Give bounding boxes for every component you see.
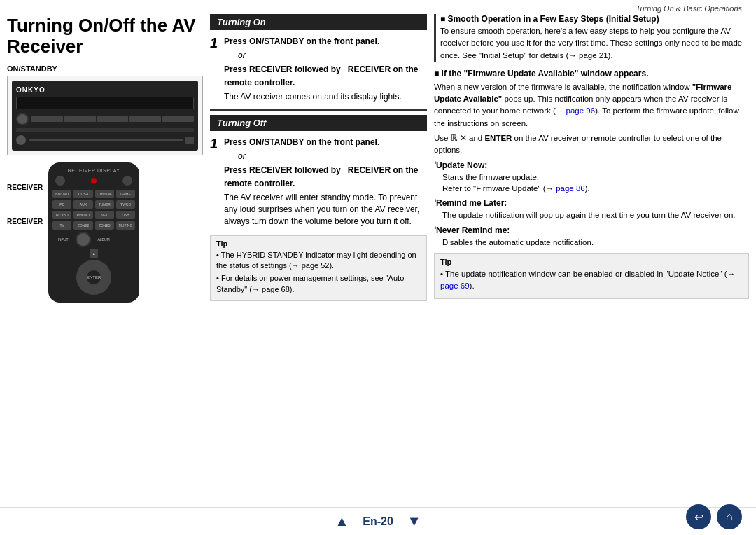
receiver-vol-knob xyxy=(16,135,26,145)
turning-off-section: Turning Off 1 Press ON/STANDBY on the fr… xyxy=(210,115,427,230)
receiver-power-knob xyxy=(16,113,29,125)
right-tip-box: Tip • The update notification window can… xyxy=(434,253,749,300)
step1-on-press2: Press RECEIVER followed by RECEIVER on t… xyxy=(224,64,427,76)
firmware-desc-1: When a new version of the firmware is av… xyxy=(434,81,749,130)
option-never-remind-label: ˈNever Remind me: xyxy=(434,225,749,235)
smooth-operation-box: ■ Smooth Operation in a Few Easy Steps (… xyxy=(434,14,749,62)
back-button[interactable]: ↩ xyxy=(686,504,711,529)
smooth-title: ■ Smooth Operation in a Few Easy Steps (… xyxy=(440,14,749,24)
footer-icon-group: ↩ ⌂ xyxy=(686,504,742,529)
on-standby-label: ON/STANDBY xyxy=(7,64,203,73)
firmware-desc-2: Use ℝ ✕ and ENTER on the AV receiver or … xyxy=(434,132,749,157)
remote-nav-ring: ENTER xyxy=(76,260,111,295)
footer-nav[interactable]: ▲ En-20 ▼ xyxy=(335,513,421,529)
turning-off-step1: 1 Press ON/STANDBY on the front panel. o… xyxy=(210,137,427,230)
tip-bullet-1: • The HYBRID STANDBY indicator may light… xyxy=(216,250,421,272)
step1-off-press2: Press RECEIVER followed by RECEIVER on t… xyxy=(224,165,427,176)
step1-off-press-label: Press ON/STANDBY on the front panel. xyxy=(224,137,379,147)
step1-on-press-label: Press ON/STANDBY on the front panel. xyxy=(224,36,379,46)
tip-title: Tip xyxy=(216,239,421,248)
step1-off-desc: The AV receiver will enter standby mode.… xyxy=(224,192,427,227)
remote-illustration: RECEIVER RECEIVER RECEIVER DISPLAY BD/DV… xyxy=(7,162,203,303)
prev-page-button[interactable]: ▲ xyxy=(335,513,349,529)
option-remind-later-label: ˈRemind me Later: xyxy=(434,198,749,208)
next-page-button[interactable]: ▼ xyxy=(407,513,421,529)
firmware-update-section: ■ If the "Firmware Update Available" win… xyxy=(434,69,749,248)
step1-on-or: or xyxy=(238,50,427,62)
step1-on-remote: remote controller. xyxy=(224,77,427,89)
step1-on-desc: The AV receiver comes on and its display… xyxy=(224,91,427,103)
left-column: Turning On/Off the AV Receiver ON/STANDB… xyxy=(7,14,203,507)
receiver-usb-port xyxy=(186,137,194,144)
smooth-desc: To ensure smooth operation, here's a few… xyxy=(440,25,749,62)
turning-on-step1: 1 Press ON/STANDBY on the front panel. o… xyxy=(210,36,427,105)
turning-on-section: Turning On 1 Press ON/STANDBY on the fro… xyxy=(210,14,427,105)
page-title: Turning On/Off the AV Receiver xyxy=(7,15,203,57)
option-update-now-label: ˈUpdate Now: xyxy=(434,160,749,170)
tip-bullet-2: • For details on power management settin… xyxy=(216,273,421,295)
page-footer: ▲ En-20 ▼ ↩ ⌂ xyxy=(0,507,756,535)
receiver-label-2: RECEIVER xyxy=(7,218,43,225)
firmware-title: ■ If the "Firmware Update Available" win… xyxy=(434,69,749,78)
remote-vol-knob xyxy=(76,232,91,247)
receiver-display xyxy=(16,97,194,109)
remote-control-graphic: RECEIVER DISPLAY BD/DVD DL/SA DTB/ONK GA… xyxy=(48,162,139,303)
option-remind-later-desc: The update notification will pop up agai… xyxy=(442,209,749,221)
option-update-now-desc2: Refer to "Firmware Update" (→ page 86). xyxy=(442,183,749,194)
receiver-illustration: ONKYO xyxy=(7,76,203,155)
step1-off-remote: remote controller. xyxy=(224,178,427,190)
right-column: ■ Smooth Operation in a Few Easy Steps (… xyxy=(434,14,749,507)
turning-off-header: Turning Off xyxy=(210,115,427,131)
page-number: En-20 xyxy=(363,515,393,528)
page-breadcrumb: Turning On & Basic Operations xyxy=(0,0,756,14)
right-tip-title: Tip xyxy=(440,258,743,266)
step1-off-or: or xyxy=(238,151,427,162)
home-button[interactable]: ⌂ xyxy=(717,504,742,529)
turning-on-header: Turning On xyxy=(210,14,427,30)
receiver-label-1: RECEIVER xyxy=(7,183,43,191)
option-never-remind-desc: Disables the automatic update notificati… xyxy=(442,237,749,248)
tip-box-on: Tip • The HYBRID STANDBY indicator may l… xyxy=(210,235,427,302)
option-update-now-desc1: Starts the firmware update. xyxy=(442,172,749,183)
right-tip-bullet: • The update notification window can be … xyxy=(440,268,743,293)
middle-column: Turning On 1 Press ON/STANDBY on the fro… xyxy=(210,14,427,507)
